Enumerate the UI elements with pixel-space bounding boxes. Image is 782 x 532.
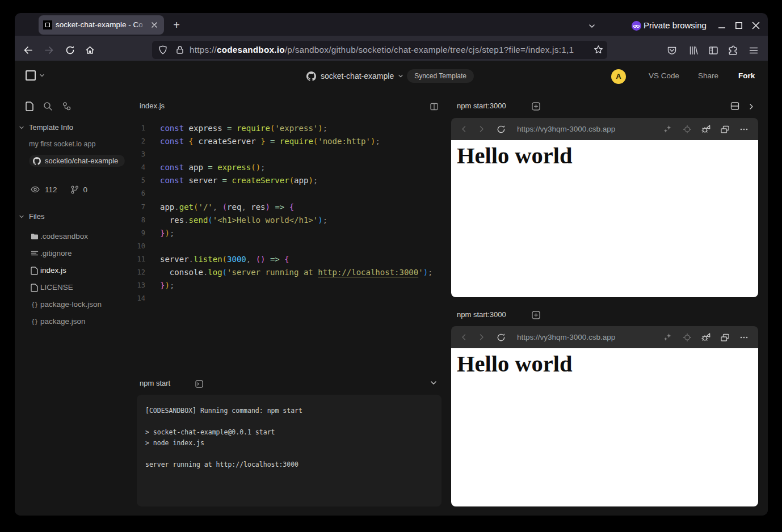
- tracking-protection-shield-icon[interactable]: [158, 45, 167, 54]
- terminal-collapse-chevron-icon[interactable]: [430, 379, 438, 387]
- code-line-2: 2const { createServer } = require('node:…: [15, 135, 451, 148]
- sidebar-toggle-icon[interactable]: [708, 45, 718, 56]
- reload-button[interactable]: [65, 45, 75, 55]
- code-line-8: 8 res.send('<h1>Hello world</h1>');: [15, 214, 451, 227]
- new-tab-button[interactable]: +: [170, 19, 183, 32]
- preview-back-icon[interactable]: [460, 326, 468, 348]
- lock-icon[interactable]: [176, 45, 184, 54]
- codesandbox-favicon-icon: [43, 20, 52, 29]
- split-editor-icon[interactable]: [430, 103, 438, 111]
- code-line-5: 5const server = createServer(app);: [15, 174, 451, 187]
- code-line-11: 11server.listen(3000, () => {: [15, 253, 451, 266]
- preview-reload-icon[interactable]: [497, 326, 506, 348]
- window-minimize-button[interactable]: [717, 20, 727, 31]
- bookmark-star-icon[interactable]: [594, 45, 603, 54]
- browser-toolbar: https://codesandbox.io/p/sandbox/github/…: [15, 36, 768, 61]
- window-maximize-button[interactable]: [734, 20, 744, 31]
- code-line-1: 1const express = require('express');: [15, 122, 451, 135]
- preview-tab-label[interactable]: npm start:3000: [457, 309, 506, 320]
- preview-debug-icon[interactable]: [701, 118, 711, 140]
- devtools-tab-icon[interactable]: [62, 102, 71, 111]
- terminal-tab-label[interactable]: npm start: [140, 378, 170, 389]
- code-line-7: 7app.get('/', (req, res) => {: [15, 201, 451, 214]
- preview-inspect-sparkles-icon[interactable]: [663, 326, 672, 348]
- back-button[interactable]: [23, 45, 33, 55]
- list-all-tabs-icon[interactable]: [588, 22, 596, 30]
- hello-world-heading: Hello world: [457, 353, 758, 375]
- project-title-group[interactable]: socket-chat-example Synced Template: [306, 67, 474, 85]
- code-line-9: 9});: [15, 227, 451, 240]
- preview-content[interactable]: Hello world: [451, 140, 758, 297]
- library-icon[interactable]: [688, 45, 699, 56]
- add-preview-icon[interactable]: [532, 102, 540, 111]
- terminal-text: [CODESANDBOX] Running command: npm start…: [145, 406, 302, 471]
- preview-inspect-sparkles-icon[interactable]: [663, 118, 672, 140]
- preview-more-icon[interactable]: [739, 118, 749, 140]
- preview-debug-icon[interactable]: [701, 326, 711, 348]
- preview-url[interactable]: https://vy3hqm-3000.csb.app: [517, 118, 615, 140]
- preview-url[interactable]: https://vy3hqm-3000.csb.app: [517, 326, 615, 348]
- file-item-package.json[interactable]: {}package.json: [15, 313, 135, 330]
- code-line-14: 14: [15, 292, 451, 305]
- code-line-6: 6: [15, 187, 451, 200]
- preview-forward-icon[interactable]: [478, 118, 485, 140]
- url-bar[interactable]: https://codesandbox.io/p/sandbox/github/…: [152, 41, 607, 59]
- terminal-icon: [195, 380, 203, 388]
- code-line-12: 12 console.log('server running at http:/…: [15, 266, 451, 279]
- editor-tab-indexjs[interactable]: index.js: [140, 100, 165, 112]
- forward-button[interactable]: [44, 45, 54, 55]
- menu-hamburger-icon[interactable]: [749, 45, 759, 56]
- braces-icon: {}: [31, 318, 39, 326]
- split-preview-icon[interactable]: [730, 102, 739, 111]
- code-line-4: 4const app = express();: [15, 161, 451, 174]
- pocket-icon[interactable]: [667, 45, 677, 56]
- share-button[interactable]: Share: [698, 67, 718, 85]
- browser-tab[interactable]: socket-chat-example - Co: [39, 15, 164, 35]
- home-button[interactable]: [85, 45, 95, 55]
- preview-reload-icon[interactable]: [497, 118, 506, 140]
- project-title: socket-chat-example: [321, 71, 394, 81]
- code-line-10: 10: [15, 240, 451, 253]
- code-line-13: 13});: [15, 279, 451, 292]
- tab-close-icon[interactable]: [149, 20, 159, 30]
- preview-duplicate-icon[interactable]: [720, 326, 730, 348]
- tab-title-fade: [135, 16, 150, 34]
- add-preview-icon[interactable]: [532, 311, 540, 319]
- workspace-chevron-icon[interactable]: [39, 73, 45, 78]
- preview-browser-bar: https://vy3hqm-3000.csb.app: [451, 118, 758, 140]
- terminal-output[interactable]: [CODESANDBOX] Running command: npm start…: [137, 395, 442, 506]
- github-icon: [306, 71, 316, 81]
- project-chevron-icon: [398, 73, 403, 79]
- preview-expand-chevron-icon[interactable]: [747, 103, 755, 111]
- firefox-window: socket-chat-example - Co + Private brows…: [15, 13, 768, 516]
- preview-back-icon[interactable]: [460, 118, 468, 140]
- preview-target-icon[interactable]: [683, 118, 692, 140]
- url-text: https://codesandbox.io/p/sandbox/github/…: [190, 41, 574, 59]
- preview-content[interactable]: Hello world: [451, 348, 758, 506]
- avatar[interactable]: A: [611, 69, 626, 84]
- code-editor[interactable]: 1const express = require('express');2con…: [15, 122, 451, 305]
- fork-button[interactable]: Fork: [738, 67, 755, 85]
- code-line-3: 3: [15, 148, 451, 161]
- vs-code-button[interactable]: VS Code: [649, 67, 679, 85]
- search-tab-icon[interactable]: [43, 102, 52, 111]
- extensions-icon[interactable]: [728, 45, 738, 56]
- hello-world-heading: Hello world: [457, 145, 758, 167]
- preview-target-icon[interactable]: [683, 326, 692, 348]
- synced-template-badge: Synced Template: [407, 69, 474, 83]
- preview-tab-label[interactable]: npm start:3000: [457, 100, 506, 112]
- preview-browser-bar: https://vy3hqm-3000.csb.app: [451, 326, 758, 348]
- svg-text:{}: {}: [31, 319, 38, 325]
- private-browsing-label: Private browsing: [644, 13, 707, 38]
- preview-duplicate-icon[interactable]: [720, 118, 730, 140]
- preview-forward-icon[interactable]: [478, 326, 485, 348]
- preview-more-icon[interactable]: [739, 326, 749, 348]
- private-browsing-icon: [632, 21, 641, 31]
- explorer-tab-icon[interactable]: [26, 102, 33, 111]
- codesandbox-app: socket-chat-example Synced Template A VS…: [15, 61, 768, 516]
- window-close-button[interactable]: [751, 20, 761, 31]
- workspace-icon[interactable]: [26, 70, 36, 81]
